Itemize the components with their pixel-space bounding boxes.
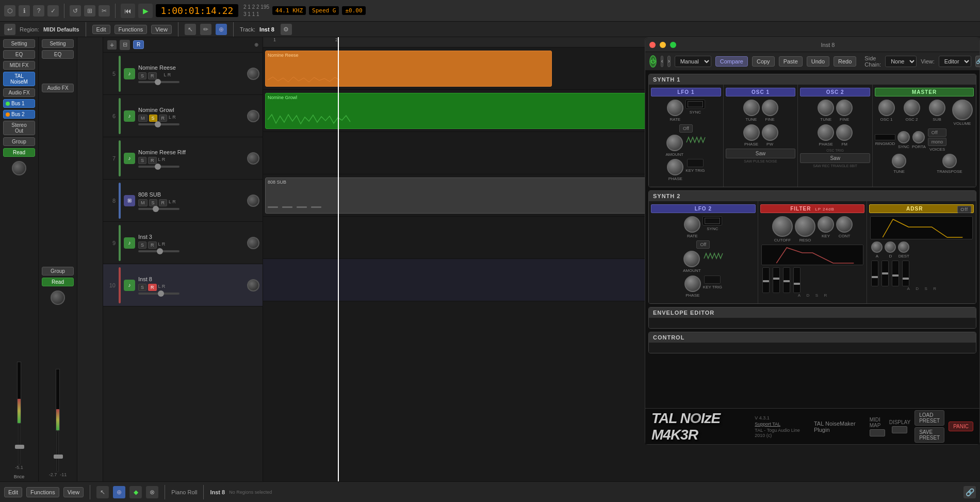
fader-handle-2[interactable] [54, 455, 63, 459]
eq-btn-1[interactable]: EQ [3, 50, 35, 59]
master-osc1-knob[interactable] [878, 100, 895, 116]
link-icon[interactable]: 🔗 [963, 486, 976, 498]
track-fader-handle-9[interactable] [157, 248, 163, 254]
osc2-wave-btn[interactable]: Saw [800, 153, 870, 163]
solo-btn-6[interactable]: S [149, 115, 157, 122]
load-preset-button[interactable]: LOAD PRESET [914, 410, 944, 426]
clip-808-sub[interactable]: 808 SUB [265, 177, 660, 214]
filter-s-slider[interactable] [783, 267, 790, 293]
solo-btn-9[interactable]: S [138, 241, 146, 249]
master-transpose-knob[interactable] [942, 154, 957, 168]
checkbox-icon[interactable]: ✓ [47, 5, 59, 17]
help-icon[interactable]: ? [33, 5, 44, 17]
filter-a-handle[interactable] [763, 280, 769, 282]
record-arm-8[interactable]: R [159, 199, 168, 206]
adsr-s-handle[interactable] [892, 274, 899, 277]
record-arm-9[interactable]: R [148, 241, 157, 249]
track-fader-6[interactable] [138, 123, 179, 125]
eq-btn-2[interactable]: EQ [42, 50, 74, 59]
osc2-phase-knob[interactable] [818, 124, 834, 141]
group-btn-1[interactable]: Group [3, 137, 35, 146]
osc1-fine-knob[interactable] [762, 100, 778, 116]
master-osc2-knob[interactable] [904, 100, 920, 116]
track-fader-handle-10[interactable] [158, 290, 164, 297]
maximize-button[interactable] [670, 42, 676, 48]
pencil-icon[interactable]: ✏ [200, 24, 211, 35]
lfo1-off-btn[interactable]: Off [679, 124, 693, 133]
track-fader-8[interactable] [138, 208, 179, 210]
undo-button[interactable]: Undo [807, 56, 829, 67]
filter-s-handle[interactable] [783, 280, 790, 282]
setting-btn-2[interactable]: Setting [42, 39, 74, 48]
preset-back-btn[interactable]: ‹ [661, 56, 663, 67]
track-fader-10[interactable] [138, 293, 179, 295]
audio-fx-btn-1[interactable]: Audio FX [3, 88, 35, 97]
master-off-btn[interactable]: Off [928, 128, 947, 137]
preset-forward-btn[interactable]: › [667, 56, 670, 67]
adsr-d-slider[interactable] [881, 261, 889, 286]
track-settings-icon[interactable]: ⚙ [281, 24, 292, 35]
track-fader-handle-5[interactable] [155, 79, 161, 85]
paste-button[interactable]: Paste [779, 56, 803, 67]
lfo2-off-btn[interactable]: Off [696, 240, 710, 249]
bottom-edit-btn[interactable]: Edit [4, 487, 22, 497]
close-button[interactable] [649, 42, 656, 48]
filter-a-slider[interactable] [762, 267, 770, 293]
adsr-r-slider[interactable] [902, 261, 909, 286]
filter-r-handle[interactable] [794, 283, 800, 285]
view-link-btn[interactable]: 🔗 [975, 56, 980, 67]
osc1-tune-knob[interactable] [743, 100, 760, 116]
filter-r-slider[interactable] [793, 267, 801, 293]
bt-icon-1[interactable]: ↖ [96, 486, 109, 498]
bottom-view-btn[interactable]: View [63, 487, 84, 497]
undo-icon[interactable]: ↺ [70, 5, 81, 17]
solo-btn-7[interactable]: S [138, 157, 146, 164]
read-btn-2[interactable]: Read [42, 278, 74, 286]
view-button[interactable]: View [151, 25, 172, 34]
osc1-wave-btn[interactable]: Saw [726, 149, 796, 158]
bt-icon-2[interactable]: ⊕ [113, 486, 125, 498]
lfo1-amount-knob[interactable] [666, 135, 683, 151]
volume-knob-7[interactable] [247, 152, 259, 165]
fader-track-2[interactable] [57, 431, 59, 472]
lfo1-phase-knob[interactable] [667, 159, 683, 175]
bt-icon-3[interactable]: ◆ [129, 486, 142, 498]
lfo2-phase-knob[interactable] [684, 276, 701, 292]
record-btn[interactable]: R [133, 40, 144, 49]
track-fader-handle-6[interactable] [155, 121, 161, 127]
volume-knob-6[interactable] [247, 110, 259, 122]
pan-knob-2[interactable] [51, 290, 65, 305]
split-icon[interactable]: ⊞ [84, 5, 95, 17]
track-fader-7[interactable] [138, 166, 179, 168]
track-list-icon[interactable]: ⊟ [120, 40, 130, 50]
master-tune-knob[interactable] [892, 154, 906, 168]
filter-reso-knob[interactable] [795, 216, 815, 237]
solo-btn-8[interactable]: S [149, 199, 157, 206]
record-arm-7[interactable]: R [148, 157, 157, 164]
save-preset-button[interactable]: SAVE PRESET [914, 427, 944, 443]
add-track-button[interactable]: + [107, 40, 117, 50]
redo-button[interactable]: Redo [834, 56, 856, 67]
compare-button[interactable]: Compare [715, 56, 748, 67]
master-sub-knob[interactable] [929, 100, 945, 116]
osc1-pw-knob[interactable] [762, 124, 778, 141]
osc2-fm-knob[interactable] [836, 124, 853, 141]
track-fader-5[interactable] [138, 81, 179, 83]
tal-support-link[interactable]: Support TAL [755, 422, 806, 427]
osc1-phase-knob[interactable] [743, 124, 760, 141]
plugin-btn[interactable]: TAL NoiseM [3, 72, 35, 86]
adsr-s-slider[interactable] [892, 261, 899, 286]
volume-knob-5[interactable] [247, 68, 259, 80]
adsr-off-btn[interactable]: Off [957, 206, 971, 213]
osc2-tune-knob[interactable] [818, 100, 834, 116]
master-porta-knob[interactable] [912, 131, 925, 143]
cursor-icon[interactable]: ↖ [185, 24, 196, 35]
master-volume-knob[interactable] [952, 100, 973, 120]
volume-knob-8[interactable] [247, 195, 259, 207]
adsr-d-knob[interactable] [885, 241, 896, 253]
pan-knob-1[interactable] [12, 161, 26, 175]
bus2-btn[interactable]: Bus 2 [3, 110, 35, 119]
osc2-fine-knob[interactable] [836, 100, 853, 116]
clip-nomine-reese[interactable]: Nomine Reese [265, 51, 552, 87]
display-toggle[interactable] [892, 426, 907, 433]
